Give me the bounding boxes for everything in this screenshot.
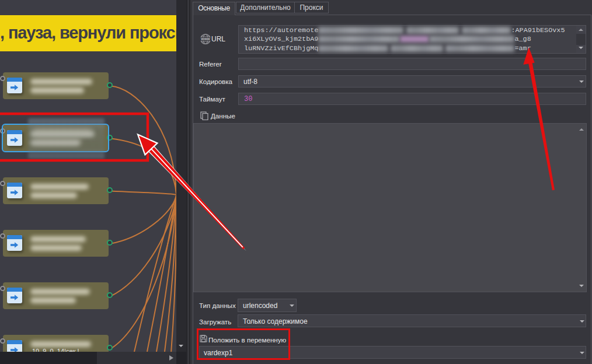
svg-text:www: www — [200, 37, 210, 41]
